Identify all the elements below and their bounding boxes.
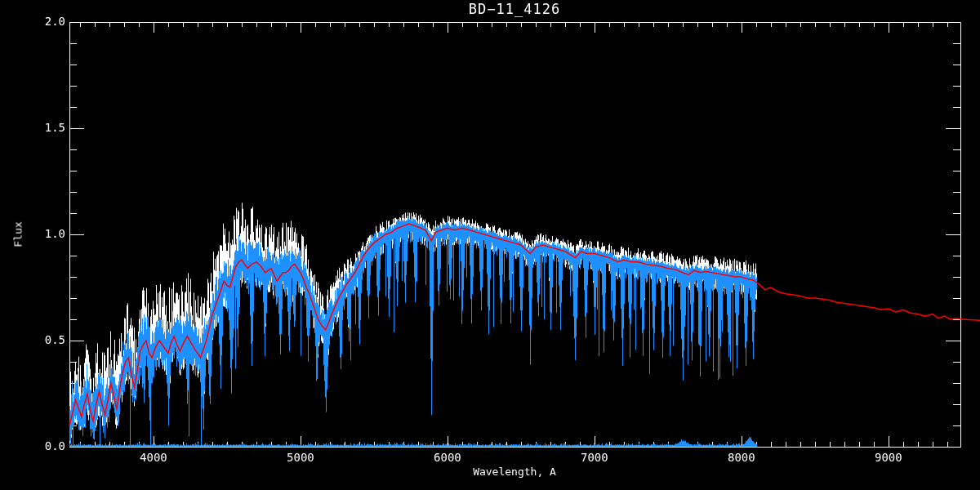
y-tick-label: 1.5 <box>29 121 65 134</box>
y-tick-label: 2.0 <box>29 15 65 28</box>
x-axis-label: Wavelength, A <box>473 466 556 478</box>
plot-title: BD−11_4126 <box>469 1 560 17</box>
x-tick-label: 7000 <box>566 451 623 464</box>
spectrum-canvas <box>0 0 980 490</box>
x-tick-label: 4000 <box>125 451 182 464</box>
y-axis-label: Flux <box>12 221 24 247</box>
y-tick-label: 1.0 <box>29 227 65 240</box>
x-tick-label: 5000 <box>272 451 329 464</box>
y-tick-label: 0.0 <box>29 439 65 452</box>
spectrum-plot-window: BD−11_4126 Wavelength, A Flux 4000500060… <box>0 0 980 490</box>
y-tick-label: 0.5 <box>29 333 65 346</box>
x-tick-label: 6000 <box>419 451 476 464</box>
x-tick-label: 8000 <box>713 451 770 464</box>
x-tick-label: 9000 <box>860 451 917 464</box>
